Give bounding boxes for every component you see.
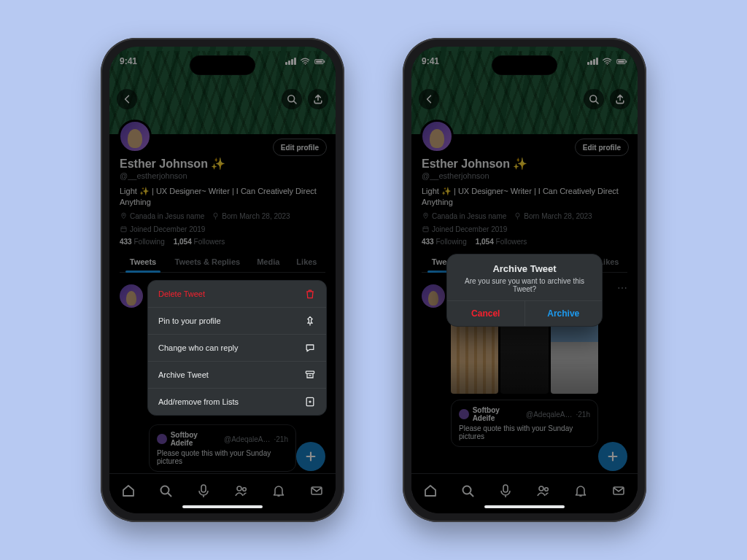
archive-icon — [304, 369, 316, 381]
menu-pin[interactable]: Pin to your profile — [148, 308, 326, 335]
modal-subtitle: Are you sure you want to archive this Tw… — [460, 277, 589, 293]
archive-confirm-modal: Archive Tweet Are you sure you want to a… — [446, 254, 603, 327]
phone-frame-right: 9:41 Edit profile — [403, 38, 646, 522]
tweet-action-sheet: Delete Tweet Pin to your profile Change … — [147, 280, 327, 416]
list-add-icon — [304, 396, 316, 408]
home-indicator[interactable] — [182, 505, 263, 508]
chat-icon — [304, 342, 316, 354]
screen-right: 9:41 Edit profile — [411, 47, 638, 513]
trash-icon — [304, 288, 316, 300]
screen-left: 9:41 Edit profile — [109, 47, 336, 513]
modal-cancel-button[interactable]: Cancel — [447, 301, 525, 326]
menu-delete-tweet[interactable]: Delete Tweet — [148, 281, 326, 308]
menu-change-reply[interactable]: Change who can reply — [148, 335, 326, 362]
phone-frame-left: 9:41 Edit profile — [101, 38, 344, 522]
modal-archive-button[interactable]: Archive — [525, 301, 603, 326]
menu-archive[interactable]: Archive Tweet — [148, 362, 326, 389]
modal-title: Archive Tweet — [447, 263, 602, 274]
pin-icon — [304, 315, 316, 327]
home-indicator[interactable] — [484, 505, 565, 508]
menu-lists[interactable]: Add/remove from Lists — [148, 389, 326, 415]
